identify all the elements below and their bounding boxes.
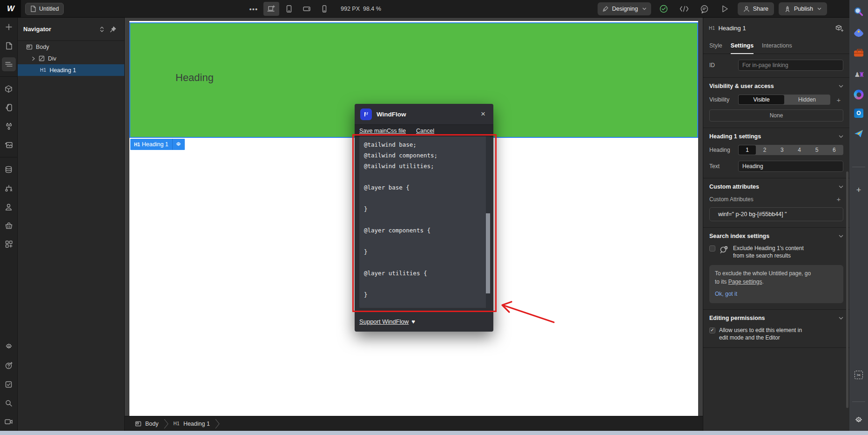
selected-element-header: H1 Heading 1 [703, 18, 849, 38]
heading-level-2[interactable]: 2 [756, 145, 773, 155]
custom-attributes-label: Custom Attributes [709, 196, 830, 203]
navigator-item-body[interactable]: Body [18, 41, 124, 53]
tab-style[interactable]: Style [709, 38, 722, 54]
id-input[interactable] [738, 60, 843, 71]
breadcrumb-item-heading-1[interactable]: H1 Heading 1 [174, 421, 210, 427]
custom-attributes-header[interactable]: Custom attributes [709, 184, 843, 190]
site-settings-button[interactable] [2, 340, 16, 354]
heading-level-3[interactable]: 3 [774, 145, 791, 155]
note-text: . [762, 279, 763, 285]
create-component-icon[interactable] [835, 24, 844, 32]
gear-icon [175, 142, 182, 148]
allow-editing-label: Allow users to edit this element inedit … [719, 326, 802, 341]
send-plane-icon[interactable] [854, 129, 864, 138]
logic-button[interactable] [2, 181, 16, 195]
support-windflow-link[interactable]: Support WindFlow [359, 318, 409, 325]
comments-button[interactable] [697, 2, 713, 16]
section-title: Visibility & user access [709, 83, 839, 89]
search-index-header[interactable]: Search index settings [709, 233, 843, 239]
visibility-visible-option[interactable]: Visible [739, 95, 784, 104]
allow-editing-checkbox[interactable]: ✓ [709, 327, 715, 333]
custom-attribute-item[interactable]: winf=" p-20 bg-[#55bb44] " [709, 207, 843, 221]
css-code-editor[interactable]: @tailwind base; @tailwind components; @t… [359, 136, 490, 308]
element-settings-button[interactable] [173, 142, 185, 148]
microsoft-365-icon[interactable] [854, 90, 864, 100]
sidebar-settings-icon[interactable] [855, 416, 863, 425]
breadcrumb-item-body[interactable]: Body [135, 421, 159, 427]
visibility-section-header[interactable]: Visibility & user access [709, 83, 843, 89]
mode-dropdown[interactable]: Designing [598, 2, 651, 15]
tab-settings[interactable]: Settings [731, 38, 754, 54]
shopping-tag-icon[interactable] [855, 30, 862, 37]
video-tutorials-button[interactable] [2, 415, 16, 428]
rail-divider [0, 76, 18, 77]
breakpoint-tablet-button[interactable] [281, 2, 297, 16]
add-elements-button[interactable] [2, 20, 16, 34]
navigator-pin-button[interactable] [108, 24, 119, 35]
more-breakpoints-button[interactable]: ••• [246, 2, 262, 16]
heading-text-input[interactable] [738, 161, 843, 172]
breakpoint-desktop-button[interactable] [263, 2, 279, 16]
outlook-icon[interactable]: O [854, 109, 863, 118]
code-export-button[interactable] [676, 2, 692, 16]
panel-scrollbar-thumb[interactable] [846, 171, 848, 408]
heading-level-1[interactable]: 1 [739, 145, 756, 155]
droplets-icon [5, 122, 13, 130]
heading-level-selector: 1 2 3 4 5 6 [738, 145, 843, 155]
add-sidebar-item-button[interactable]: + [856, 185, 861, 195]
style-manager-button[interactable] [2, 101, 16, 115]
saved-status-button[interactable] [656, 2, 672, 16]
search-button[interactable] [2, 396, 16, 410]
add-attribute-button[interactable]: + [834, 195, 843, 203]
heading-level-6[interactable]: 6 [826, 145, 843, 155]
page-tab-untitled[interactable]: Untitled [25, 3, 64, 15]
audit-panel-button[interactable] [2, 377, 16, 391]
heading-settings-header[interactable]: Heading 1 settings [709, 133, 843, 140]
chevron-right-icon [32, 56, 35, 61]
save-maincss-link[interactable]: Save mainCss file [359, 128, 406, 134]
heading-level-5[interactable]: 5 [808, 145, 825, 155]
editing-permissions-header[interactable]: Editing permissions [709, 315, 843, 321]
navigator-item-div[interactable]: Div [18, 53, 124, 64]
help-button[interactable] [2, 359, 16, 373]
selected-element-badge[interactable]: H1 Heading 1 [130, 139, 185, 150]
visibility-hidden-option[interactable]: Hidden [784, 95, 830, 104]
chess-icon[interactable]: ♟♜ [854, 71, 863, 78]
tab-interactions[interactable]: Interactions [762, 38, 792, 54]
breadcrumb-chevron-icon [215, 418, 220, 429]
custom-attributes-row: Custom Attributes + [709, 195, 843, 203]
close-icon[interactable]: × [478, 109, 488, 119]
add-visibility-condition-button[interactable]: + [834, 96, 843, 104]
share-button[interactable]: Share [738, 2, 774, 15]
snip-tool-icon[interactable]: ✂ [855, 371, 863, 379]
pages-button[interactable] [2, 39, 16, 53]
ecommerce-button[interactable] [2, 218, 16, 232]
exclude-from-search-checkbox[interactable] [709, 245, 715, 251]
assets-button[interactable] [2, 138, 16, 152]
toolbox-icon[interactable] [854, 51, 863, 57]
components-button[interactable] [2, 82, 16, 96]
apps-button[interactable] [2, 237, 16, 251]
code-scrollbar[interactable] [486, 136, 490, 308]
breakpoint-phone-landscape-button[interactable] [299, 2, 315, 16]
cancel-link[interactable]: Cancel [416, 128, 434, 134]
ok-got-it-link[interactable]: Ok, got it [715, 290, 737, 298]
gear-icon [5, 343, 13, 351]
cms-button[interactable] [2, 163, 16, 177]
publish-button[interactable]: Publish [779, 2, 827, 15]
users-button[interactable] [2, 200, 16, 214]
windflow-modal-actions: Save mainCss file Cancel [355, 124, 493, 137]
visibility-none-button[interactable]: None [709, 109, 843, 122]
heading-level-4[interactable]: 4 [791, 145, 808, 155]
preview-button[interactable] [717, 2, 733, 16]
webflow-menu-button[interactable]: W [0, 0, 21, 18]
navigator-item-heading-1[interactable]: H1 Heading 1 [18, 64, 124, 76]
page-settings-link[interactable]: Page settings [728, 279, 762, 285]
navigator-button[interactable] [2, 57, 16, 71]
section-title: Custom attributes [709, 184, 839, 190]
variables-button[interactable] [2, 119, 16, 133]
breakpoint-phone-portrait-button[interactable] [316, 2, 332, 16]
navigator-collapse-button[interactable] [96, 24, 108, 35]
code-scrollbar-thumb[interactable] [486, 213, 490, 293]
browser-search-icon[interactable] [854, 7, 864, 17]
